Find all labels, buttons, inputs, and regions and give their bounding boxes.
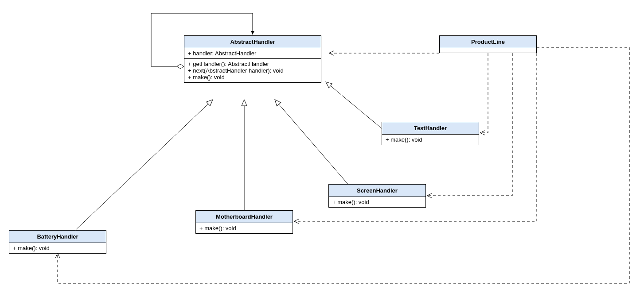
class-title: MotherboardHandler [196, 211, 293, 223]
class-body-empty [440, 48, 536, 53]
class-title: TestHandler [382, 122, 479, 135]
class-ops: + make(): void [9, 243, 106, 253]
op-row: + make(): void [199, 225, 289, 231]
op-row: + make(): void [188, 74, 317, 81]
edge-batteryhandler-gen [75, 100, 213, 230]
class-screen-handler: ScreenHandler + make(): void [328, 184, 426, 208]
class-ops: + make(): void [382, 135, 479, 145]
class-title: ScreenHandler [329, 185, 425, 197]
class-motherboard-handler: MotherboardHandler + make(): void [195, 210, 293, 234]
edge-productline-batteryhandler [58, 47, 629, 283]
class-ops: + make(): void [196, 223, 293, 233]
class-test-handler: TestHandler + make(): void [382, 122, 479, 145]
class-product-line: ProductLine [439, 35, 537, 53]
op-row: + next(AbstractHandler handler): void [188, 67, 317, 74]
op-row: + make(): void [386, 136, 475, 143]
class-abstract-handler: AbstractHandler + handler: AbstractHandl… [184, 35, 321, 83]
class-title: ProductLine [440, 36, 536, 48]
edge-screenhandler-gen [275, 100, 348, 184]
edge-testhandler-gen [326, 82, 382, 128]
class-ops: + make(): void [329, 197, 425, 207]
op-row: + make(): void [332, 199, 422, 205]
op-row: + getHandler(): AbstractHandler [188, 61, 317, 67]
class-attrs: + handler: AbstractHandler [184, 48, 321, 59]
edge-productline-testhandler [480, 53, 488, 133]
attr-row: + handler: AbstractHandler [188, 50, 317, 57]
class-title: BatteryHandler [9, 231, 106, 243]
class-battery-handler: BatteryHandler + make(): void [9, 230, 106, 254]
op-row: + make(): void [13, 245, 102, 251]
class-title: AbstractHandler [184, 36, 321, 48]
class-ops: + getHandler(): AbstractHandler + next(A… [184, 59, 321, 82]
